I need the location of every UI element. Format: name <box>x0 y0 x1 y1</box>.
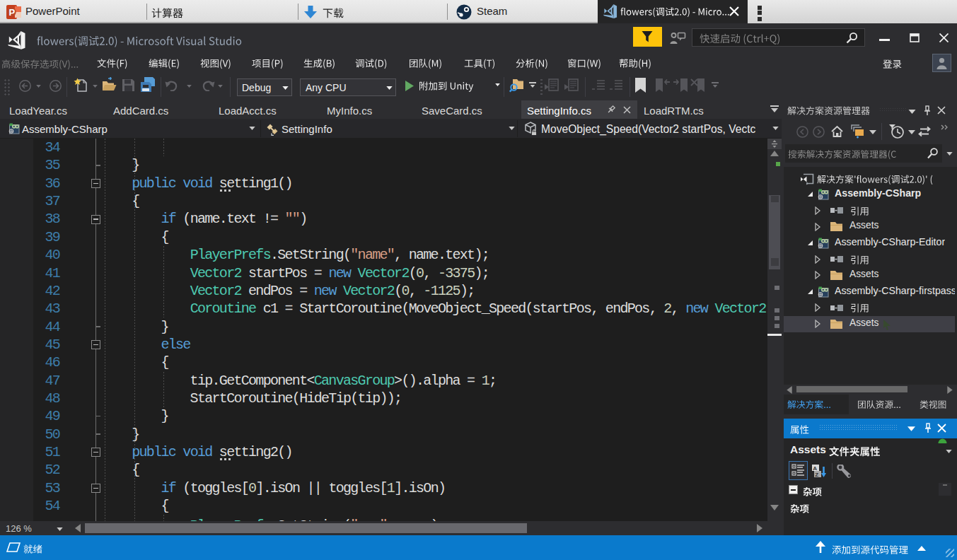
svg-text:P: P <box>9 7 16 18</box>
svg-text:Z: Z <box>815 472 818 478</box>
svg-text:A: A <box>813 465 817 472</box>
